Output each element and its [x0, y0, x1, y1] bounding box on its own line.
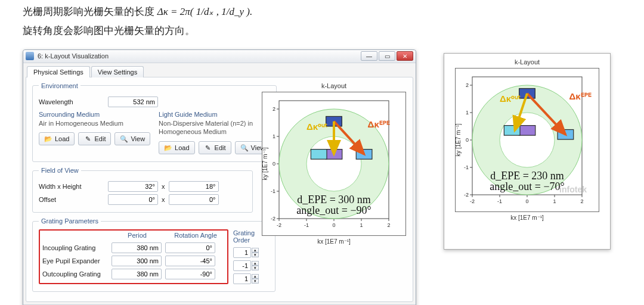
fov-height-input[interactable] — [169, 181, 219, 192]
grating-parameters-group: Grating Parameters Period Rotation Angle… — [32, 217, 275, 292]
svg-text:0: 0 — [525, 198, 528, 204]
chart-title-2: k-Layout — [515, 58, 540, 66]
k-layout-plot-2: ky [1E7 m⁻¹]-2-1012-2-1012ΔκᴱᴾᴱΔκᵒᵘᵗd_EP… — [455, 68, 599, 212]
load-button[interactable]: 📂Load — [39, 132, 75, 145]
magnifier-icon: 🔍 — [120, 135, 128, 143]
svg-text:-2: -2 — [277, 222, 281, 228]
svg-text:d_EPE = 230 nm: d_EPE = 230 nm — [490, 170, 564, 182]
chart-title-1: k-Layout — [321, 82, 346, 89]
svg-text:Δκᴱᴾᴱ: Δκᴱᴾᴱ — [368, 119, 390, 129]
svg-text:-1: -1 — [464, 164, 469, 170]
edit-button-2[interactable]: ✎Edit — [199, 141, 231, 154]
order-spinner[interactable]: ▴▾ — [233, 247, 262, 258]
window-title: 6: k-Layout Visualization — [38, 52, 109, 60]
rotation-input[interactable] — [165, 256, 215, 266]
k-layout-side-card: k-Layout ky [1E7 m⁻¹]-2-1012-2-1012Δκᴱᴾᴱ… — [444, 53, 611, 250]
pencil-icon: ✎ — [83, 135, 92, 143]
svg-text:ky [1E7 m⁻¹]: ky [1E7 m⁻¹] — [262, 147, 268, 180]
period-input[interactable] — [112, 256, 162, 266]
period-input[interactable] — [112, 269, 162, 279]
svg-text:Δκᵒᵘᵗ: Δκᵒᵘᵗ — [306, 121, 327, 131]
grating-row: Incoupling Grating — [42, 242, 225, 253]
svg-rect-59 — [558, 129, 574, 139]
svg-text:-1: -1 — [497, 198, 502, 204]
svg-text:d_EPE = 300 nm: d_EPE = 300 nm — [297, 194, 371, 206]
tab-physical-settings[interactable]: Physical Settings — [27, 66, 90, 77]
rotation-input[interactable] — [165, 269, 215, 279]
svg-text:1: 1 — [553, 198, 556, 204]
order-spinner[interactable]: ▴▾ — [233, 260, 262, 271]
svg-text:1: 1 — [273, 133, 275, 139]
surrounding-value: Air in Homogeneous Medium — [39, 119, 150, 128]
view-button[interactable]: 🔍View — [114, 132, 150, 145]
svg-text:2: 2 — [580, 198, 583, 204]
tab-view-settings[interactable]: View Settings — [91, 66, 144, 77]
chevron-down-icon: ▾ — [252, 253, 259, 257]
svg-text:Δκᵒᵘᵗ: Δκᵒᵘᵗ — [500, 93, 521, 103]
svg-text:Δκᴱᴾᴱ: Δκᴱᴾᴱ — [569, 91, 591, 101]
svg-text:1: 1 — [466, 110, 469, 116]
svg-text:-2: -2 — [470, 198, 475, 204]
svg-text:angle_out = −90°: angle_out = −90° — [296, 204, 371, 216]
svg-text:infotek: infotek — [559, 185, 587, 194]
svg-rect-60 — [519, 125, 535, 135]
grating-row: Eye Pupil Expander — [42, 256, 225, 266]
magnifier-icon: 🔍 — [240, 144, 249, 152]
intro-text: 光栅周期影响光栅矢量的长度 Δκ = 2π( 1/dₓ , 1/d_y ). 旋… — [23, 2, 621, 41]
order-spinner[interactable]: ▴▾ — [233, 273, 262, 284]
fov-width-input[interactable] — [108, 181, 158, 192]
chevron-up-icon: ▴ — [252, 248, 259, 253]
fov-offy-input[interactable] — [169, 194, 219, 205]
formula: Δκ = 2π( 1/dₓ , 1/d_y ). — [157, 6, 252, 17]
svg-text:0: 0 — [332, 222, 335, 228]
svg-text:angle_out = −70°: angle_out = −70° — [490, 180, 564, 192]
folder-icon: 📂 — [44, 135, 52, 143]
environment-group: Environment Wavelength Surrounding Mediu… — [32, 82, 277, 163]
titlebar[interactable]: 6: k-Layout Visualization — ▭ ✕ — [23, 50, 416, 63]
svg-text:-1: -1 — [304, 222, 309, 228]
wavelength-input[interactable] — [108, 97, 158, 107]
pencil-icon: ✎ — [204, 144, 212, 152]
svg-text:-1: -1 — [271, 188, 275, 194]
fov-offx-input[interactable] — [108, 194, 158, 205]
k-layout-dialog: 6: k-Layout Visualization — ▭ ✕ Physical… — [23, 49, 416, 305]
svg-text:2: 2 — [466, 82, 469, 88]
period-input[interactable] — [112, 242, 162, 253]
chevron-up-icon: ▴ — [252, 274, 259, 279]
svg-text:0: 0 — [466, 137, 469, 143]
app-icon — [26, 52, 34, 60]
lightguide-value: Non-Dispersive Material (n=2) in Homogen… — [159, 119, 270, 137]
wavelength-label: Wavelength — [39, 98, 104, 105]
svg-text:ky [1E7 m⁻¹]: ky [1E7 m⁻¹] — [456, 123, 462, 157]
fov-group: Field of View Width x Height x Offset x — [32, 167, 253, 213]
svg-point-57 — [500, 113, 555, 167]
close-button[interactable]: ✕ — [397, 51, 413, 61]
folder-icon: 📂 — [164, 144, 172, 152]
edit-button[interactable]: ✎Edit — [78, 132, 111, 145]
load-button-2[interactable]: 📂Load — [159, 141, 194, 154]
svg-text:-2: -2 — [464, 192, 469, 198]
minimize-button[interactable]: — — [361, 51, 377, 61]
svg-text:1: 1 — [360, 222, 363, 228]
svg-rect-27 — [311, 149, 327, 159]
grating-row: Outcoupling Grating — [42, 269, 225, 279]
rotation-input[interactable] — [165, 242, 215, 253]
chevron-down-icon: ▾ — [252, 266, 259, 270]
svg-text:-2: -2 — [271, 216, 275, 222]
svg-rect-61 — [504, 125, 520, 135]
svg-text:2: 2 — [273, 106, 275, 112]
k-layout-plot-1: ky [1E7 m⁻¹]-2-1012-2-1012ΔκᴱᴾᴱΔκᵒᵘᵗd_EP… — [262, 92, 406, 236]
chevron-up-icon: ▴ — [252, 261, 259, 266]
surrounding-head: Surrounding Medium — [39, 111, 150, 118]
svg-text:0: 0 — [273, 161, 275, 167]
lightguide-head: Light Guide Medium — [159, 111, 270, 118]
maximize-button[interactable]: ▭ — [379, 51, 395, 61]
svg-text:2: 2 — [387, 222, 390, 228]
chevron-down-icon: ▾ — [252, 279, 259, 284]
